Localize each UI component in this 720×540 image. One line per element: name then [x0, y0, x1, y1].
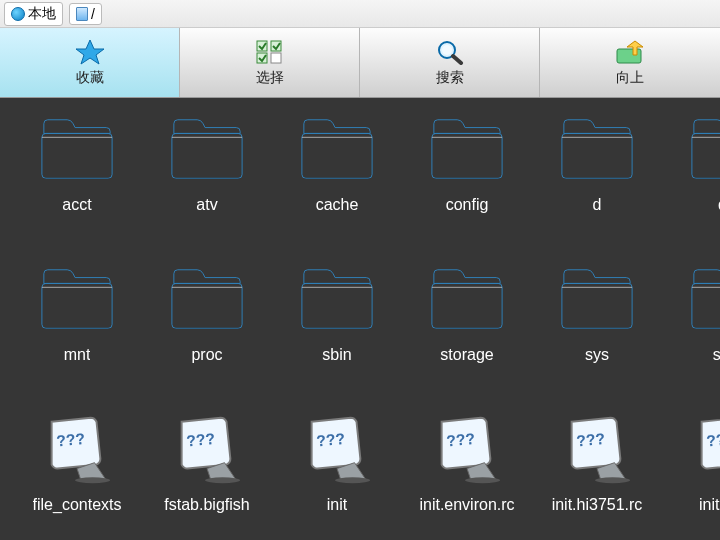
path-text: /	[91, 6, 95, 22]
file-item[interactable]: file_contexts	[12, 408, 142, 540]
item-label: acct	[62, 196, 91, 214]
item-label: init.hi3751.rc	[552, 496, 643, 514]
file-item[interactable]: fstab.bigfish	[142, 408, 272, 540]
file-unknown-icon	[298, 414, 376, 486]
toolbar-select-label: 选择	[256, 69, 284, 87]
folder-item[interactable]: mnt	[12, 258, 142, 408]
folder-item[interactable]: sbin	[272, 258, 402, 408]
file-grid: acctatvcacheconfigddamntprocsbinstorages…	[0, 108, 720, 540]
toolbar-search-label: 搜索	[436, 69, 464, 87]
item-label: init.environ.rc	[419, 496, 514, 514]
folder-item[interactable]: syst	[662, 258, 720, 408]
folder-item[interactable]: sys	[532, 258, 662, 408]
folder-icon	[298, 114, 376, 186]
folder-icon	[168, 114, 246, 186]
item-label: sys	[585, 346, 609, 364]
folder-icon	[168, 264, 246, 336]
toolbar-select[interactable]: 选择	[180, 28, 360, 97]
folder-item[interactable]: config	[402, 108, 532, 258]
file-grid-area: acctatvcacheconfigddamntprocsbinstorages…	[0, 98, 720, 540]
toolbar-search[interactable]: 搜索	[360, 28, 540, 97]
up-folder-icon	[615, 39, 645, 65]
folder-icon	[558, 114, 636, 186]
item-label: syst	[713, 346, 720, 364]
item-label: fstab.bigfish	[164, 496, 249, 514]
local-disk-icon	[11, 7, 25, 21]
star-icon	[75, 39, 105, 65]
item-label: init	[327, 496, 347, 514]
item-label: storage	[440, 346, 493, 364]
folder-icon	[688, 114, 720, 186]
item-label: cache	[316, 196, 359, 214]
item-label: mnt	[64, 346, 91, 364]
file-item[interactable]: init.hi3751.rc	[532, 408, 662, 540]
folder-item[interactable]: d	[532, 108, 662, 258]
file-unknown-icon	[38, 414, 116, 486]
folder-item[interactable]: storage	[402, 258, 532, 408]
folder-icon	[38, 114, 116, 186]
folder-icon	[688, 264, 720, 336]
file-item[interactable]: init	[272, 408, 402, 540]
file-unknown-icon	[428, 414, 506, 486]
item-label: file_contexts	[33, 496, 122, 514]
folder-item[interactable]: proc	[142, 258, 272, 408]
folder-item[interactable]: cache	[272, 108, 402, 258]
item-label: d	[593, 196, 602, 214]
file-unknown-icon	[168, 414, 246, 486]
folder-icon	[428, 264, 506, 336]
toolbar-favorite[interactable]: 收藏	[0, 28, 180, 97]
folder-icon	[428, 114, 506, 186]
select-icon	[255, 39, 285, 65]
path-chip[interactable]: /	[69, 3, 102, 25]
item-label: config	[446, 196, 489, 214]
location-local-chip[interactable]: 本地	[4, 2, 63, 26]
item-label: init.hid.r	[699, 496, 720, 514]
item-label: sbin	[322, 346, 351, 364]
file-item[interactable]: init.hid.r	[662, 408, 720, 540]
drive-icon	[76, 7, 88, 21]
toolbar-up[interactable]: 向上	[540, 28, 720, 97]
address-bar: 本地 /	[0, 0, 720, 28]
file-unknown-icon	[688, 414, 720, 486]
toolbar-favorite-label: 收藏	[76, 69, 104, 87]
file-unknown-icon	[558, 414, 636, 486]
location-local-label: 本地	[28, 5, 56, 23]
folder-item[interactable]: da	[662, 108, 720, 258]
folder-icon	[298, 264, 376, 336]
folder-item[interactable]: acct	[12, 108, 142, 258]
folder-icon	[558, 264, 636, 336]
toolbar: 收藏 选择 搜索 向上	[0, 28, 720, 98]
folder-icon	[38, 264, 116, 336]
item-label: proc	[191, 346, 222, 364]
toolbar-up-label: 向上	[616, 69, 644, 87]
item-label: atv	[196, 196, 217, 214]
file-item[interactable]: init.environ.rc	[402, 408, 532, 540]
search-icon	[435, 39, 465, 65]
folder-item[interactable]: atv	[142, 108, 272, 258]
